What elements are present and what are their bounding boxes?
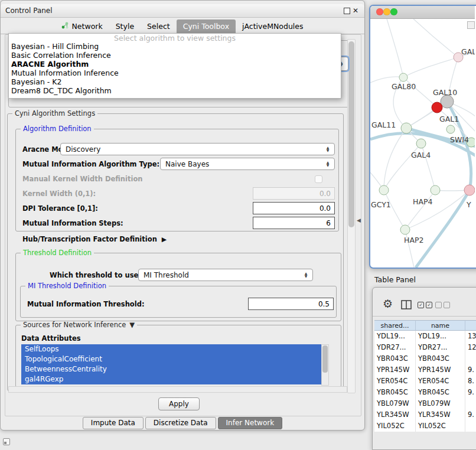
network-edge[interactable]	[405, 190, 470, 230]
control-panel-titlebar[interactable]: Control Panel	[1, 4, 364, 18]
table-row[interactable]: YDL19...YDL19...13	[374, 331, 476, 342]
hub-definition-expander[interactable]: Hub/Transcription Factor Definition ▶	[22, 235, 167, 243]
network-node[interactable]	[399, 73, 407, 81]
attribute-item-betweennesscentrality[interactable]: BetweennessCentrality	[21, 364, 321, 374]
collapse-arrow-icon[interactable]: ▼	[129, 321, 135, 329]
minimize-traffic-light[interactable]	[383, 8, 390, 15]
table-cell: 8.	[465, 376, 476, 387]
algorithm-option-bayesian-hill-climbing[interactable]: Bayesian - Hill Climbing	[9, 42, 341, 51]
which-threshold-combo[interactable]: MI Threshold ▲ ▼	[138, 269, 313, 281]
algorithm-option-basic-correlation-inference[interactable]: Basic Correlation Inference	[9, 51, 341, 60]
table-row[interactable]: YLR345WYLR345W9.	[374, 409, 476, 420]
apply-button[interactable]: Apply	[158, 397, 200, 410]
table-row[interactable]: YPR145WYPR145W9.	[374, 364, 476, 376]
table-row[interactable]: YDR27...YDR27...12	[374, 342, 476, 353]
tab-style[interactable]: Style	[109, 19, 141, 34]
settings-scrollbar-thumb[interactable]	[348, 41, 354, 227]
combo-value: Naive Bayes	[165, 160, 323, 168]
mi-steps-input[interactable]	[253, 217, 335, 229]
bottom-tab-impute-data[interactable]: Impute Data	[83, 417, 144, 429]
table-cell: YDR27...	[416, 342, 465, 353]
table-cell: YIL052C	[374, 420, 416, 432]
tab-label: Select	[147, 22, 170, 31]
attribute-item-selfloops[interactable]: SelfLoops	[21, 344, 321, 354]
network-edge[interactable]	[413, 19, 458, 57]
unchecked-box-icon	[435, 302, 442, 308]
network-scrollbar-button[interactable]	[467, 21, 475, 29]
algorithm-option-aracne-algorithm[interactable]: ARACNE Algorithm	[9, 60, 341, 69]
combo-down-icon: ▼	[327, 164, 330, 167]
select-all-columns-icon[interactable]: ✓ ✓	[418, 302, 432, 308]
tab-label: jActiveMNodules	[242, 22, 303, 31]
close-icon[interactable]: ✕	[353, 6, 358, 15]
table-cell: YDR27...	[374, 342, 416, 353]
expand-arrow-icon[interactable]: ▶	[162, 236, 167, 243]
group-title: Threshold Definition	[21, 249, 94, 257]
table-row[interactable]: YER054CYER054C8.	[374, 376, 476, 387]
data-attributes-label: Data Attributes	[21, 334, 81, 343]
attribute-item-topologicalcoefficient[interactable]: TopologicalCoefficient	[21, 354, 321, 364]
mi-threshold-input[interactable]	[248, 298, 334, 310]
table-cell: YDL19...	[374, 331, 416, 342]
attribute-item-gal4rgexp[interactable]: gal4RGexp	[21, 374, 321, 384]
table-row[interactable]: YBR045CYBR045C9.	[374, 387, 476, 398]
network-node[interactable]	[432, 102, 442, 113]
kernel-width-input[interactable]	[253, 187, 335, 200]
dpi-tolerance-input[interactable]	[253, 202, 335, 214]
dock-panel-icon[interactable]	[3, 438, 10, 445]
aracne-mode-combo[interactable]: Discovery ▲ ▼	[60, 143, 335, 155]
group-title: Sources for Network Inference ▼	[21, 321, 137, 329]
network-edge[interactable]	[387, 19, 403, 77]
network-window-titlebar[interactable]	[370, 6, 475, 19]
table-row[interactable]: YIL052CYIL052C	[374, 420, 476, 432]
panel-collapse-arrow-icon[interactable]: ◀	[357, 217, 361, 223]
attributes-scrollbar-thumb[interactable]	[322, 345, 328, 373]
network-node[interactable]	[401, 123, 412, 133]
desktop: Control Panel ✕ NetworkStyleSelectCyni T…	[0, 0, 476, 450]
columns-icon[interactable]	[401, 300, 412, 312]
table-header-row: shared...name	[374, 320, 476, 331]
bottom-tab-discretize-data[interactable]: Discretize Data	[145, 417, 216, 429]
network-edge[interactable]	[384, 190, 405, 230]
network-edge[interactable]	[405, 190, 435, 230]
table-header-col3[interactable]	[465, 320, 476, 331]
table-header-name[interactable]: name	[416, 320, 465, 331]
network-node[interactable]	[379, 185, 389, 195]
mi-algorithm-type-combo[interactable]: Naive Bayes ▲ ▼	[160, 158, 335, 170]
float-window-icon[interactable]	[344, 8, 350, 14]
table-row[interactable]: YBR043CYBR043C	[374, 353, 476, 364]
network-edge[interactable]	[403, 57, 458, 77]
network-node[interactable]	[400, 225, 410, 234]
network-node[interactable]	[446, 125, 455, 133]
node-label: SWI4	[450, 135, 469, 144]
table-panel-title: Table Panel	[374, 275, 416, 284]
network-node[interactable]	[464, 185, 475, 195]
combo-down-icon: ▼	[327, 149, 330, 152]
bottom-tab-infer-network[interactable]: Infer Network	[218, 417, 283, 429]
combo-stepper-icon: ▲ ▼	[301, 272, 311, 278]
table-cell: YER054C	[374, 376, 416, 387]
algorithm-option-mutual-information-inference[interactable]: Mutual Information Inference	[9, 69, 341, 77]
network-node[interactable]	[431, 185, 440, 195]
tab-select[interactable]: Select	[141, 19, 177, 34]
table-cell: YLR345W	[374, 409, 416, 420]
network-node[interactable]	[416, 139, 426, 148]
network-edge[interactable]	[384, 128, 406, 190]
manual-kernel-width-checkbox[interactable]	[315, 175, 322, 183]
zoom-traffic-light[interactable]	[390, 8, 397, 15]
tab-network[interactable]: Network	[55, 19, 109, 34]
close-traffic-light[interactable]	[376, 8, 383, 15]
tab-cyni-toolbox[interactable]: Cyni Toolbox	[177, 19, 236, 34]
tab-label: Style	[116, 22, 134, 31]
network-canvas[interactable]: GAL7GAL80GAL10GAL11GAL1SWI4GAL4GCY1HAP4H…	[370, 19, 475, 268]
deselect-all-columns-icon[interactable]	[435, 302, 450, 308]
tab-jactivemnodules[interactable]: jActiveMNodules	[236, 19, 309, 34]
table-header-shared[interactable]: shared...	[374, 320, 416, 331]
group-title: Cyni Algorithm Settings	[12, 110, 97, 118]
network-node[interactable]	[441, 95, 454, 108]
table-row[interactable]: YBL079WYBL079W	[374, 398, 476, 409]
algorithm-option-dream8-dc-tdc-algorithm[interactable]: Dream8 DC_TDC Algorithm	[9, 86, 341, 95]
gear-icon[interactable]: ⚙	[383, 297, 393, 310]
horizontal-scrollbar-track[interactable]	[8, 386, 347, 393]
algorithm-option-bayesian-k2[interactable]: Bayesian - K2	[9, 77, 341, 86]
